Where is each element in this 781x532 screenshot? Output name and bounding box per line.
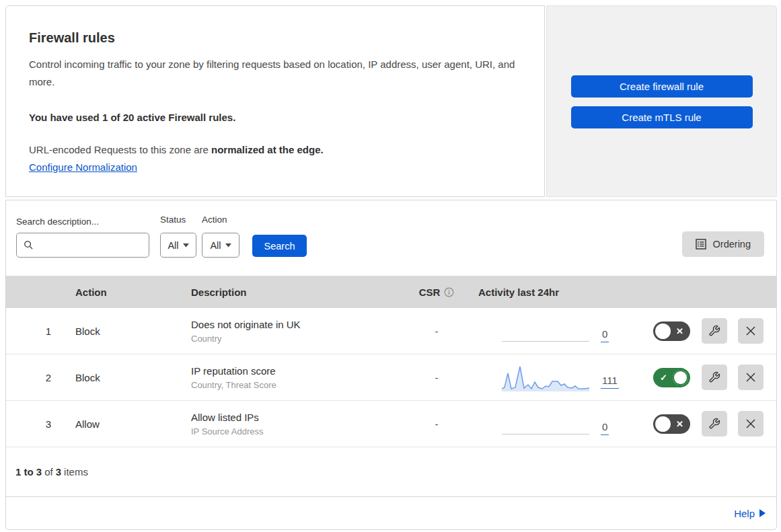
pagination-total: 3 — [56, 466, 61, 478]
table-row: 1 Block Does not originate in UK Country… — [6, 308, 776, 354]
action-filter-label: Action — [202, 215, 227, 225]
pagination-summary: 1 to 3 of 3 items — [6, 447, 776, 496]
status-filter-label: Status — [160, 215, 186, 225]
rule-controls: ✕ — [645, 411, 776, 436]
activity-sparkline — [502, 411, 589, 436]
activity-sparkline — [502, 318, 589, 344]
ordering-button-label: Ordering — [713, 239, 751, 250]
ordering-button[interactable]: Ordering — [682, 231, 764, 257]
help-link-label: Help — [734, 508, 755, 519]
info-icon[interactable] — [444, 287, 454, 297]
close-icon — [745, 372, 756, 383]
column-header-activity: Activity last 24hr — [470, 287, 645, 298]
search-icon — [24, 240, 34, 250]
rule-description-cell: Allow listed IPs IP Source Address — [188, 412, 403, 436]
column-header-action: Action — [70, 287, 188, 298]
arrow-right-icon — [759, 509, 766, 517]
edit-rule-button[interactable] — [702, 365, 727, 390]
rule-activity-cell: 0 — [470, 318, 645, 344]
header-card: Firewall rules Control incoming traffic … — [5, 5, 545, 197]
rule-description[interactable]: Allow listed IPs — [191, 412, 403, 423]
csr-header-label: CSR — [419, 287, 441, 298]
help-row: Help — [6, 496, 776, 529]
wrench-icon — [708, 371, 720, 383]
search-input[interactable] — [39, 240, 140, 251]
rule-enabled-toggle[interactable]: ✕ — [653, 321, 690, 341]
help-link[interactable]: Help — [734, 508, 766, 519]
toggle-state-icon: ✕ — [676, 414, 683, 434]
chevron-down-icon — [183, 243, 189, 248]
rule-fields: IP Source Address — [191, 426, 403, 436]
rule-description[interactable]: Does not originate in UK — [191, 319, 403, 330]
normalization-bold: normalized at the edge. — [211, 144, 324, 155]
rule-controls: ✕ — [645, 318, 776, 344]
pagination-items: items — [64, 466, 88, 478]
page-title: Firewall rules — [29, 30, 517, 46]
rule-csr: - — [403, 372, 470, 383]
table-header-row: Action Description CSR Activity last 24h… — [6, 276, 776, 308]
rule-action: Block — [70, 372, 188, 383]
column-header-csr: CSR — [403, 287, 470, 298]
rule-fields: Country — [191, 334, 403, 344]
usage-statement: You have used 1 of 20 active Firewall ru… — [29, 112, 517, 123]
table-row: 3 Allow Allow listed IPs IP Source Addre… — [6, 401, 776, 447]
toggle-knob — [655, 324, 671, 339]
rule-controls: ✓ — [645, 365, 776, 390]
rule-csr: - — [403, 418, 470, 430]
rule-description-cell: IP reputation score Country, Threat Scor… — [188, 365, 403, 390]
rule-fields: Country, Threat Score — [191, 380, 403, 390]
delete-rule-button[interactable] — [738, 318, 764, 344]
wrench-icon — [708, 418, 720, 430]
normalization-text: URL-encoded Requests to this zone are — [29, 144, 211, 155]
rule-enabled-toggle[interactable]: ✕ — [653, 414, 690, 434]
edit-rule-button[interactable] — [702, 411, 727, 436]
search-box[interactable] — [16, 233, 149, 258]
toggle-knob — [655, 416, 671, 432]
rules-list-card: Search description... Status All Action … — [5, 200, 777, 530]
rule-description[interactable]: IP reputation score — [191, 365, 403, 377]
action-filter-dropdown[interactable]: All — [202, 233, 239, 258]
rule-action: Allow — [70, 418, 188, 430]
table-row: 2 Block IP reputation score Country, Thr… — [6, 354, 776, 401]
action-filter-value: All — [210, 240, 221, 251]
activity-count-link[interactable]: 0 — [601, 421, 609, 435]
configure-normalization-link[interactable]: Configure Normalization — [29, 161, 137, 173]
pagination-range: 1 to 3 — [15, 466, 42, 478]
firewall-rules-page: Firewall rules Control incoming traffic … — [0, 0, 781, 532]
rule-activity-cell: 0 — [470, 411, 645, 436]
ordered-list-icon — [696, 239, 706, 250]
rule-priority: 2 — [6, 372, 70, 383]
close-icon — [745, 326, 756, 336]
create-mtls-rule-button[interactable]: Create mTLS rule — [571, 106, 753, 128]
rule-enabled-toggle[interactable]: ✓ — [653, 368, 690, 387]
edit-rule-button[interactable] — [702, 318, 727, 344]
delete-rule-button[interactable] — [738, 365, 764, 390]
rule-priority: 3 — [6, 418, 70, 430]
actions-panel: Create firewall rule Create mTLS rule — [546, 5, 777, 197]
search-label: Search description... — [16, 217, 99, 227]
activity-sparkline — [502, 365, 589, 390]
rule-activity-cell: 111 — [470, 365, 645, 390]
chevron-down-icon — [225, 243, 231, 248]
toggle-state-icon: ✕ — [676, 321, 683, 341]
search-button[interactable]: Search — [252, 235, 307, 257]
column-header-description: Description — [188, 287, 403, 298]
page-description: Control incoming traffic to your zone by… — [29, 56, 517, 91]
rule-priority: 1 — [6, 326, 70, 337]
toggle-state-icon: ✓ — [660, 368, 667, 387]
status-filter-dropdown[interactable]: All — [160, 233, 196, 258]
normalization-statement: URL-encoded Requests to this zone are no… — [29, 144, 517, 155]
toggle-knob — [673, 370, 688, 385]
wrench-icon — [708, 325, 720, 337]
status-filter-value: All — [168, 240, 178, 251]
rule-description-cell: Does not originate in UK Country — [188, 319, 403, 344]
close-icon — [745, 418, 756, 429]
rule-action: Block — [70, 326, 188, 337]
activity-count-link[interactable]: 0 — [601, 328, 609, 342]
rule-csr: - — [403, 326, 470, 337]
activity-count-link[interactable]: 111 — [601, 375, 619, 389]
filter-bar: Search description... Status All Action … — [6, 200, 776, 276]
create-firewall-rule-button[interactable]: Create firewall rule — [571, 75, 753, 98]
pagination-of: of — [44, 466, 53, 478]
delete-rule-button[interactable] — [738, 411, 764, 436]
